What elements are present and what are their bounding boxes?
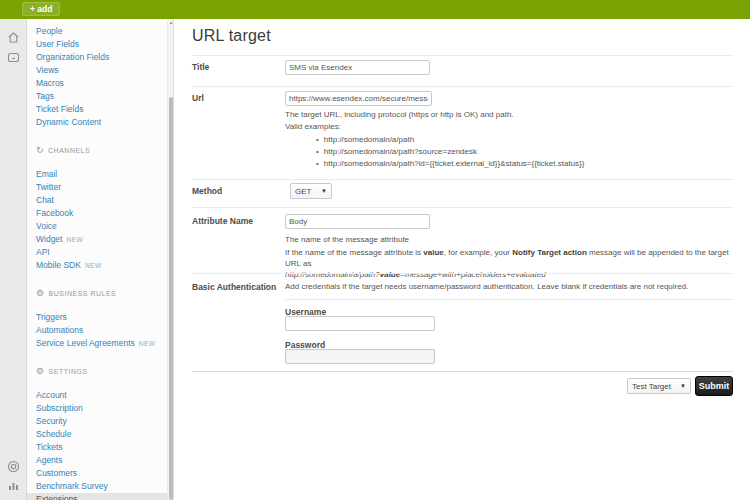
submit-button[interactable]: Submit [695, 376, 733, 396]
gear-icon: ⚙ [36, 366, 45, 376]
sidebar-item-label: Tickets [36, 442, 63, 452]
reports-icon[interactable] [7, 479, 20, 492]
sidebar-item-service-level-agreements[interactable]: Service Level AgreementsNEW [27, 337, 173, 350]
sidebar-item-twitter[interactable]: Twitter [27, 181, 173, 194]
sidebar-item-people[interactable]: People [27, 25, 173, 38]
url-example-text: http://somedomain/a/path?id={{ticket.ext… [324, 158, 585, 170]
scrollbar-thumb[interactable] [169, 97, 173, 500]
sidebar-item-label: Tags [36, 91, 54, 101]
sidebar-item-tags[interactable]: Tags [27, 90, 173, 103]
sidebar-item-label: Security [36, 416, 67, 426]
icon-rail [0, 19, 27, 500]
sidebar-scrollbar[interactable]: ▲ [167, 19, 173, 500]
basic-auth-help: Add credentials if the target needs user… [285, 282, 730, 291]
sidebar-item-automations[interactable]: Automations [27, 324, 173, 337]
note-text: , for example, your [444, 248, 512, 257]
sidebar-item-triggers[interactable]: Triggers [27, 311, 173, 324]
url-example: •http://somedomain/a/path [316, 134, 584, 146]
sidebar-item-label: Voice [36, 221, 57, 231]
sidebar-item-label: Extensions [36, 494, 78, 500]
sidebar-item-account[interactable]: Account [27, 389, 173, 402]
attribute-help-text: The name of the message attribute [285, 235, 409, 244]
test-target-select-value: Test Target [632, 382, 671, 391]
section-header-label: SETTINGS [49, 368, 88, 375]
sidebar-item-user-fields[interactable]: User Fields [27, 38, 173, 51]
sidebar-item-label: User Fields [36, 39, 79, 49]
url-help-text: The target URL, including protocol (http… [285, 110, 514, 119]
method-select[interactable]: GET ▼ [290, 183, 332, 199]
attribute-name-input[interactable] [285, 214, 430, 229]
bullet-icon: • [316, 134, 319, 146]
bullet-icon: • [316, 146, 319, 158]
sidebar-item-label: Account [36, 390, 67, 400]
sidebar-item-organization-fields[interactable]: Organization Fields [27, 51, 173, 64]
url-label: Url [192, 93, 204, 103]
url-example: •http://somedomain/a/path?source=zendesk [316, 146, 584, 158]
title-input[interactable] [285, 60, 430, 75]
sidebar-item-label: People [36, 26, 62, 36]
sidebar-item-label: Ticket Fields [36, 104, 83, 114]
sidebar-item-label: Twitter [36, 182, 61, 192]
sidebar-item-macros[interactable]: Macros [27, 77, 173, 90]
url-example-text: http://somedomain/a/path [324, 134, 414, 146]
sidebar-item-label: Customers [36, 468, 77, 478]
username-input[interactable] [285, 316, 435, 331]
add-button[interactable]: + add [22, 2, 60, 16]
attribute-name-label: Attribute Name [192, 216, 253, 226]
sidebar-item-widget[interactable]: WidgetNEW [27, 233, 173, 246]
console-icon[interactable] [7, 51, 20, 64]
sidebar-item-label: Triggers [36, 312, 67, 322]
sidebar-item-label: Dynamic Content [36, 117, 101, 127]
sidebar-item-label: Email [36, 169, 57, 179]
new-badge: NEW [66, 236, 83, 243]
page-title: URL target [192, 27, 271, 45]
sidebar-item-subscription[interactable]: Subscription [27, 402, 173, 415]
sidebar-section-header: ↻CHANNELS [27, 145, 173, 155]
sidebar-item-benchmark-survey[interactable]: Benchmark Survey [27, 480, 173, 493]
sidebar-nav: PeopleUser FieldsOrganization FieldsView… [27, 19, 173, 500]
sidebar-item-schedule[interactable]: Schedule [27, 428, 173, 441]
divider [192, 179, 733, 180]
new-badge: NEW [139, 340, 156, 347]
help-icon[interactable] [7, 460, 20, 473]
sidebar-item-label: Chat [36, 195, 54, 205]
password-input[interactable] [285, 349, 435, 364]
note-bold: Notify Target action [512, 248, 587, 257]
note-code: =message+with+placeholders+evaluated [400, 270, 545, 279]
refresh-icon: ↻ [36, 145, 44, 155]
sidebar-item-mobile-sdk[interactable]: Mobile SDKNEW [27, 259, 173, 272]
bullet-icon: • [316, 158, 319, 170]
divider [285, 299, 733, 300]
sidebar-item-dynamic-content[interactable]: Dynamic Content [27, 116, 173, 129]
divider [192, 86, 733, 87]
test-target-select[interactable]: Test Target ▼ [627, 378, 691, 394]
sidebar-item-views[interactable]: Views [27, 64, 173, 77]
sidebar-item-facebook[interactable]: Facebook [27, 207, 173, 220]
home-icon[interactable] [7, 31, 20, 44]
section-header-label: BUSINESS RULES [49, 290, 117, 297]
sidebar-item-security[interactable]: Security [27, 415, 173, 428]
note-bold: value [423, 248, 443, 257]
sidebar-item-ticket-fields[interactable]: Ticket Fields [27, 103, 173, 116]
sidebar-item-chat[interactable]: Chat [27, 194, 173, 207]
sidebar-item-api[interactable]: API [27, 246, 173, 259]
sidebar-item-extensions[interactable]: Extensions [27, 493, 173, 500]
url-input[interactable] [285, 91, 432, 106]
note-code-bold: value [380, 270, 400, 279]
chevron-down-icon: ▼ [321, 188, 327, 194]
url-example: •http://somedomain/a/path?id={{ticket.ex… [316, 158, 584, 170]
sidebar-item-email[interactable]: Email [27, 168, 173, 181]
sidebar-item-tickets[interactable]: Tickets [27, 441, 173, 454]
sidebar-item-voice[interactable]: Voice [27, 220, 173, 233]
sidebar-section-header: ⚙SETTINGS [27, 366, 173, 376]
sidebar-item-label: Agents [36, 455, 62, 465]
new-badge: NEW [85, 262, 102, 269]
note-text: If the name of the message attribute is [285, 248, 423, 257]
sidebar-item-agents[interactable]: Agents [27, 454, 173, 467]
section-header-label: CHANNELS [48, 147, 90, 154]
sidebar-item-label: Organization Fields [36, 52, 109, 62]
method-label: Method [192, 186, 222, 196]
divider [192, 273, 733, 274]
sidebar-item-customers[interactable]: Customers [27, 467, 173, 480]
url-examples-list: •http://somedomain/a/path•http://somedom… [316, 134, 584, 170]
